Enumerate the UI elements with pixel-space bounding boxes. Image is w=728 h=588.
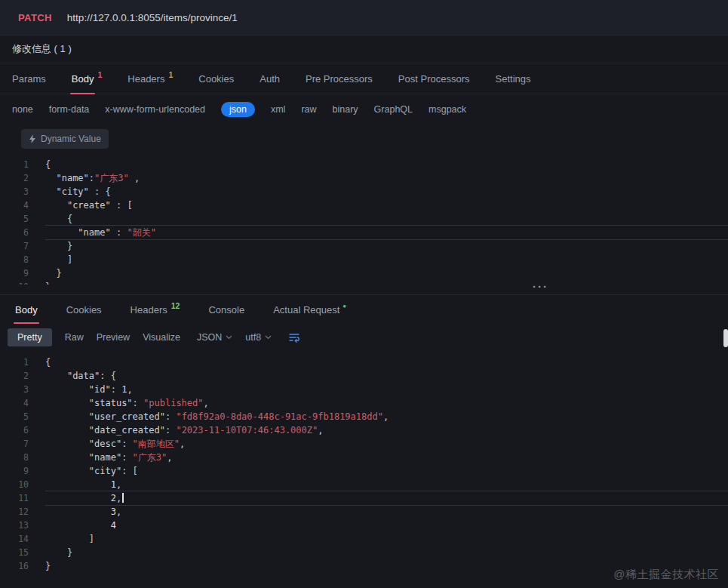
response-tab-cookies[interactable]: Cookies	[66, 295, 102, 324]
response-body-line[interactable]: 11 2,	[0, 491, 728, 505]
line-number: 6	[0, 227, 29, 238]
response-body-line[interactable]: 4 "status": "published",	[0, 396, 728, 410]
chevron-down-icon	[265, 335, 272, 340]
request-tabs: ParamsBody1Headers1CookiesAuthPre Proces…	[0, 63, 728, 94]
line-number: 11	[0, 493, 29, 503]
response-view-tab-preview[interactable]: Preview	[97, 328, 130, 346]
request-tab-body[interactable]: Body1	[72, 63, 102, 94]
request-body-line[interactable]: 4 "create" : [	[0, 199, 728, 212]
text-cursor	[122, 493, 124, 503]
body-type-form-data[interactable]: form-data	[49, 101, 90, 118]
tab-label: Cookies	[66, 303, 102, 317]
request-tab-auth[interactable]: Auth	[260, 63, 280, 94]
code-text: ]	[45, 253, 728, 266]
response-body-line[interactable]: 6 "date_created": "2023-11-10T07:46:43.0…	[0, 423, 728, 437]
status-dot-icon: ●	[342, 303, 346, 309]
request-body-line[interactable]: 1{	[0, 158, 728, 171]
response-body-line[interactable]: 10 1,	[0, 478, 728, 491]
tab-label: Headers	[127, 72, 164, 86]
tab-label: Auth	[260, 72, 280, 86]
response-body-line[interactable]: 12 3,	[0, 505, 728, 519]
body-type-xml[interactable]: xml	[271, 101, 285, 118]
response-tabs: BodyCookiesHeaders12ConsoleActual Reques…	[0, 295, 728, 324]
response-utf8-dropdown[interactable]: utf8	[245, 332, 272, 343]
code-text: "status": "published",	[45, 396, 728, 410]
request-tab-headers[interactable]: Headers1	[127, 63, 173, 94]
response-tab-console[interactable]: Console	[208, 295, 244, 324]
dynamic-value-button[interactable]: Dynamic Value	[21, 129, 109, 149]
tab-label: Console	[208, 303, 244, 317]
http-method-select[interactable]: PATCH	[18, 12, 52, 23]
request-body-line[interactable]: 8 ]	[0, 253, 728, 266]
response-body-line[interactable]: 3 "id": 1,	[0, 383, 728, 396]
line-number: 1	[0, 159, 29, 170]
response-body-line[interactable]: 5 "user_created": "fd8f92a0-8da0-448c-91…	[0, 410, 728, 423]
response-body-line[interactable]: 16}	[0, 559, 728, 573]
request-body-line[interactable]: 9 }	[0, 266, 728, 280]
soft-wrap-button[interactable]	[288, 332, 300, 343]
code-text: 2,	[45, 491, 728, 505]
response-body-line[interactable]: 14 ]	[0, 532, 728, 546]
body-type-raw[interactable]: raw	[301, 101, 316, 118]
response-body-line[interactable]: 1{	[0, 356, 728, 369]
response-body-line[interactable]: 7 "desc": "南部地区",	[0, 437, 728, 451]
code-text: }	[45, 546, 728, 559]
line-number: 5	[0, 411, 29, 422]
body-type-none[interactable]: none	[12, 101, 33, 118]
request-body-line[interactable]: 7 }	[0, 239, 728, 253]
request-editor-toolbar: Dynamic Value	[0, 125, 728, 153]
response-toolbar: PrettyRawPreviewVisualize JSONutf8	[0, 324, 728, 351]
request-url-bar: PATCH http://127.0.0.1:8055/items/provin…	[0, 0, 728, 35]
body-type-msgpack[interactable]: msgpack	[429, 101, 466, 118]
response-json-dropdown[interactable]: JSON	[197, 332, 232, 343]
request-body-editor[interactable]: 1{2 "name":"广东3" ,3 "city" : {4 "create"…	[0, 153, 728, 285]
code-text: "id": 1,	[45, 383, 728, 396]
body-type-binary[interactable]: binary	[333, 101, 358, 118]
code-text: 3,	[45, 505, 728, 519]
tab-label: Cookies	[198, 72, 234, 86]
code-text: }	[45, 559, 728, 573]
response-tab-actual-request[interactable]: Actual Request●	[273, 295, 346, 324]
code-text: "create" : [	[45, 199, 728, 212]
response-body-line[interactable]: 13 4	[0, 519, 728, 532]
request-body-line[interactable]: 6 "name" : "韶关"	[0, 226, 728, 239]
scrollbar-thumb[interactable]	[723, 329, 728, 347]
request-body-line[interactable]: 5 {	[0, 212, 728, 226]
response-view-tab-raw[interactable]: Raw	[65, 328, 84, 346]
request-tab-cookies[interactable]: Cookies	[198, 63, 234, 94]
code-text: "date_created": "2023-11-10T07:46:43.000…	[45, 423, 728, 437]
response-view-tab-pretty[interactable]: Pretty	[8, 328, 52, 346]
tab-badge: 1	[97, 70, 102, 79]
request-tab-params[interactable]: Params	[12, 63, 46, 94]
response-view-tab-visualize[interactable]: Visualize	[143, 328, 180, 346]
soft-wrap-icon	[288, 332, 300, 343]
response-tab-headers[interactable]: Headers12	[131, 295, 180, 324]
line-number: 4	[0, 200, 29, 211]
request-body-line[interactable]: 3 "city" : {	[0, 185, 728, 199]
code-text: "user_created": "fd8f92a0-8da0-448c-91ac…	[45, 410, 728, 423]
request-tab-settings[interactable]: Settings	[496, 63, 531, 94]
response-body-line[interactable]: 15 }	[0, 546, 728, 559]
request-url-input[interactable]: http://127.0.0.1:8055/items/province/1	[67, 12, 238, 23]
request-body-line[interactable]: 2 "name":"广东3" ,	[0, 171, 728, 185]
body-type-graphql[interactable]: GraphQL	[374, 101, 413, 118]
dynamic-value-icon	[29, 134, 36, 143]
request-tab-pre-processors[interactable]: Pre Processors	[306, 63, 373, 94]
body-type-json[interactable]: json	[221, 102, 255, 117]
pane-splitter[interactable]: ···	[0, 285, 728, 295]
line-number: 2	[0, 371, 29, 381]
response-body-editor[interactable]: 1{2 "data": {3 "id": 1,4 "status": "publ…	[0, 351, 728, 588]
line-number: 6	[0, 425, 29, 436]
response-body-line[interactable]: 8 "name": "广东3",	[0, 451, 728, 464]
response-body-line[interactable]: 2 "data": {	[0, 369, 728, 383]
tab-badge: 12	[171, 301, 180, 310]
line-number: 10	[0, 479, 29, 490]
code-text: "name": "广东3",	[45, 451, 728, 464]
line-number: 2	[0, 173, 29, 183]
body-type-x-www-form-urlencoded[interactable]: x-www-form-urlencoded	[105, 101, 205, 118]
chevron-down-icon	[226, 335, 232, 340]
response-body-line[interactable]: 9 "city": [	[0, 464, 728, 478]
request-tab-post-processors[interactable]: Post Processors	[398, 63, 470, 94]
response-tab-body[interactable]: Body	[15, 295, 38, 324]
line-number: 15	[0, 547, 29, 558]
